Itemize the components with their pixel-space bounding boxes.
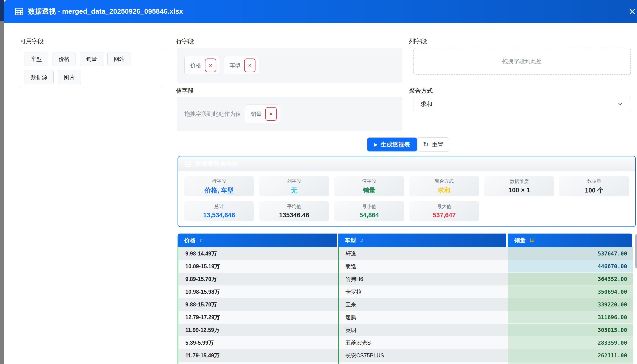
stat-total: 总计 13,534,646 (184, 201, 254, 221)
aggregation-label: 聚合方式 (409, 87, 433, 94)
pivot-table: 价格 ↓↑ 车型 ↓↑ 销量 (178, 234, 633, 364)
window-title: 数据透视 - merged_data_20250926_095846.xlsx (28, 7, 183, 16)
remove-icon[interactable]: ✕ (205, 58, 216, 72)
row-fields-dropzone[interactable]: 价格 ✕ 车型 ✕ (177, 48, 402, 83)
available-fields-label: 可用字段 (20, 37, 44, 45)
table-row: 12.79-17.29万 速腾 311696.00 (178, 311, 633, 324)
remove-icon[interactable]: ✕ (265, 107, 277, 121)
play-icon: ▶ (374, 142, 378, 147)
table-row: 11.99-12.59万 英朗 305015.00 (178, 324, 633, 336)
analysis-stats-grid: 行字段 价格, 车型 列字段 无 值字段 销量 聚合方式 求和 数据维度 1 (178, 171, 635, 226)
analysis-panel: 透视表数据分析 行字段 价格, 车型 列字段 无 值字段 销量 聚合方式 求和 (178, 156, 636, 227)
value-fields-dropzone[interactable]: 拖拽字段到此处作为值 销量 ✕ (177, 97, 402, 131)
pivot-dialog: 数据透视 - merged_data_20250926_095846.xlsx … (4, 0, 637, 364)
table-grid-icon (15, 7, 24, 16)
table-row: 10.09-15.19万 朗逸 446670.00 (178, 260, 633, 273)
value-fields-label: 值字段 (176, 87, 194, 94)
pivot-dialog-screen: 数据透视 - merged_data_20250926_095846.xlsx … (0, 0, 637, 364)
aggregation-select[interactable]: 求和 (413, 97, 631, 111)
remove-icon[interactable]: ✕ (244, 58, 255, 72)
stat-column-fields: 列字段 无 (259, 176, 329, 196)
table-row: 9.88-15.70万 宝来 339220.00 (178, 298, 633, 311)
stat-dimensions: 数据维度 100 × 1 (484, 176, 554, 196)
row-field-chip-model[interactable]: 车型 ✕ (224, 56, 259, 75)
stat-min: 最小值 54,864 (334, 201, 404, 221)
table-row: 9.98-14.49万 轩逸 537647.00 (178, 247, 633, 260)
pivot-table-body: 9.98-14.49万 轩逸 537647.00 10.09-15.19万 朗逸… (178, 247, 633, 364)
field-pill-sales[interactable]: 销量 (80, 52, 103, 66)
table-row: 9.89-15.70万 哈弗H6 364352.00 (178, 273, 633, 286)
sort-updown-icon: ↓↑ (199, 238, 202, 243)
table-grid-icon (184, 160, 192, 168)
sort-descending-icon (529, 238, 535, 243)
field-pill-price[interactable]: 价格 (52, 52, 76, 66)
column-fields-label: 列字段 (409, 37, 427, 45)
aggregation-selected-value: 求和 (421, 100, 432, 108)
available-fields-panel: 车型 价格 销量 网站 数据源 图片 (20, 48, 163, 88)
value-field-chip-sales[interactable]: 销量 ✕ (245, 104, 280, 124)
stat-max: 最大值 537,647 (409, 201, 479, 221)
column-header-sales[interactable]: 销量 (508, 234, 632, 247)
table-row: 5.39-5.99万 五菱宏光S 283359.00 (178, 336, 633, 349)
table-row: 11.79-15.49万 长安CS75PLUS 262111.00 (178, 349, 633, 362)
stat-aggregation: 聚合方式 求和 (409, 176, 479, 196)
sort-updown-icon: ↓↑ (360, 238, 363, 243)
row-fields-label: 行字段 (176, 37, 194, 45)
stat-average: 平均值 135346.46 (259, 201, 329, 221)
close-button[interactable]: ✕ (626, 6, 637, 18)
column-drop-hint: 拖拽字段到此处 (502, 58, 542, 65)
background-window-strip-side (0, 21, 4, 364)
stat-value-fields: 值字段 销量 (334, 176, 404, 196)
column-header-model[interactable]: 车型 ↓↑ (338, 234, 506, 247)
title-bar: 数据透视 - merged_data_20250926_095846.xlsx … (4, 0, 637, 23)
background-window-strip-top (0, 0, 4, 21)
field-pill-site[interactable]: 网站 (107, 52, 131, 66)
stat-row-fields: 行字段 价格, 车型 (184, 176, 254, 196)
table-row: 10.98-15.98万 卡罗拉 350694.00 (178, 286, 633, 298)
stat-count: 数据量 100 个 (559, 176, 629, 196)
field-pill-source[interactable]: 数据源 (25, 70, 54, 84)
scrollbar-thumb[interactable] (635, 234, 637, 268)
column-header-price[interactable]: 价格 ↓↑ (178, 234, 337, 247)
generate-pivot-button[interactable]: ▶ 生成透视表 (367, 138, 417, 152)
table-row-partial (178, 362, 633, 364)
reset-button[interactable]: ↻ 重置 (417, 138, 449, 152)
pivot-table-header: 价格 ↓↑ 车型 ↓↑ 销量 (178, 234, 633, 247)
column-fields-dropzone[interactable]: 拖拽字段到此处 (413, 48, 631, 75)
field-pill-model[interactable]: 车型 (25, 52, 48, 66)
value-drop-hint: 拖拽字段到此处作为值 (184, 110, 241, 118)
chevron-down-icon (617, 101, 623, 107)
row-field-chip-price[interactable]: 价格 ✕ (184, 56, 220, 75)
analysis-title: 透视表数据分析 (195, 160, 238, 168)
refresh-icon: ↻ (423, 141, 429, 148)
field-pill-image[interactable]: 图片 (58, 70, 81, 84)
analysis-header: 透视表数据分析 (178, 156, 635, 171)
